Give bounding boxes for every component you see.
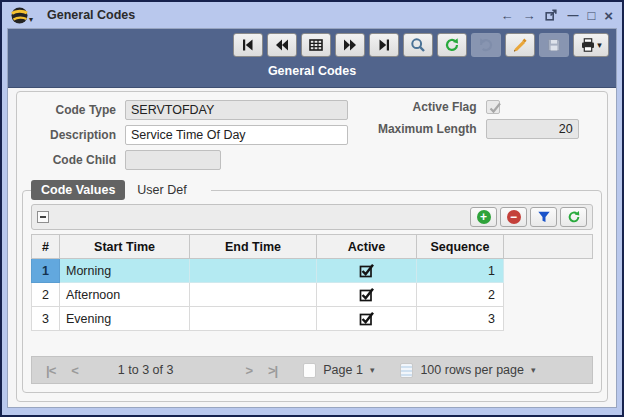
end-time-cell[interactable] — [190, 307, 317, 331]
next-record-icon — [342, 37, 358, 53]
description-label: Description — [17, 128, 125, 142]
end-time-cell[interactable] — [190, 283, 317, 307]
sequence-cell[interactable]: 2 — [417, 283, 504, 307]
edit-pencil-icon — [512, 37, 528, 53]
row-number-cell[interactable]: 3 — [32, 307, 60, 331]
page-caret-icon: ▾ — [370, 365, 375, 375]
code-type-field[interactable] — [125, 100, 348, 120]
table-row[interactable]: 2 Afternoon 2 — [32, 283, 593, 307]
undo-icon — [478, 37, 494, 53]
row-range-text: 1 to 3 of 3 — [118, 363, 174, 377]
col-header-end-time[interactable]: End Time — [190, 235, 317, 259]
print-options-caret-icon: ▾ — [597, 40, 602, 50]
tab-user-def[interactable]: User Def — [125, 180, 198, 200]
table-row[interactable]: 1 Morning 1 — [32, 259, 593, 283]
row-checkbox-checked-icon[interactable] — [359, 311, 374, 326]
row-checkbox-checked-icon[interactable] — [359, 287, 374, 302]
col-header-num[interactable]: # — [32, 235, 60, 259]
col-header-start-time[interactable]: Start Time — [60, 235, 190, 259]
app-window: ▾ General Codes ← → — □ × — [0, 0, 624, 417]
first-record-button[interactable] — [233, 33, 263, 57]
active-flag-label: Active Flag — [348, 100, 486, 114]
checkmark-icon — [487, 100, 503, 116]
filter-funnel-icon — [537, 210, 551, 224]
page-last-icon[interactable]: >| — [268, 363, 277, 378]
col-header-active[interactable]: Active — [317, 235, 417, 259]
row-number-cell[interactable]: 1 — [32, 259, 60, 283]
description-field[interactable] — [125, 125, 348, 145]
record-toolbar: ▾ General Codes — [8, 29, 616, 88]
rows-sheet-icon — [400, 363, 413, 378]
active-cell[interactable] — [317, 307, 417, 331]
code-child-label: Code Child — [17, 153, 125, 167]
last-record-icon — [376, 37, 392, 53]
col-header-filler — [504, 235, 593, 259]
code-child-field[interactable] — [125, 150, 221, 170]
refresh-button[interactable] — [437, 33, 467, 57]
delete-row-button[interactable]: − — [500, 207, 527, 227]
save-button — [539, 33, 569, 57]
rows-per-page-selector[interactable]: 100 rows per page ▾ — [400, 363, 535, 378]
print-icon — [580, 37, 596, 53]
tab-strip: Code Values User Def — [31, 180, 211, 200]
titlebar: ▾ General Codes ← → — □ × — [2, 2, 622, 28]
start-time-cell[interactable]: Morning — [60, 259, 190, 283]
open-new-window-icon[interactable] — [544, 8, 558, 22]
nav-forward-icon[interactable]: → — [522, 9, 535, 22]
page-selector[interactable]: Page 1 ▾ — [303, 363, 374, 378]
logo-menu-caret-icon: ▾ — [29, 16, 33, 24]
previous-record-button[interactable] — [267, 33, 297, 57]
row-checkbox-checked-icon[interactable] — [359, 263, 374, 278]
last-record-button[interactable] — [369, 33, 399, 57]
page-prev-icon[interactable]: < — [71, 363, 78, 378]
print-button[interactable]: ▾ — [573, 33, 609, 57]
collapse-grid-icon[interactable] — [37, 211, 49, 223]
active-cell[interactable] — [317, 283, 417, 307]
plus-icon: + — [477, 210, 491, 224]
rows-caret-icon: ▾ — [531, 365, 536, 375]
add-row-button[interactable]: + — [470, 207, 497, 227]
table-row[interactable]: 3 Evening 3 — [32, 307, 593, 331]
maximize-icon[interactable]: □ — [587, 9, 595, 22]
tab-panel: Code Values User Def + − — [22, 190, 602, 393]
refresh-grid-button[interactable] — [560, 207, 587, 227]
page-first-icon[interactable]: |< — [46, 363, 55, 378]
pagination-bar: |< < 1 to 3 of 3 > >| Page 1 ▾ — [31, 356, 593, 384]
record-panel: Code Type Description Code Child Active … — [16, 91, 608, 402]
code-type-label: Code Type — [17, 103, 125, 117]
close-icon[interactable]: × — [604, 9, 613, 22]
page-next-icon[interactable]: > — [245, 363, 252, 378]
table-header-row: # Start Time End Time Active Sequence — [32, 235, 593, 259]
next-record-button[interactable] — [335, 33, 365, 57]
search-icon — [410, 37, 426, 53]
search-button[interactable] — [403, 33, 433, 57]
edit-button[interactable] — [505, 33, 535, 57]
nav-back-icon[interactable]: ← — [500, 9, 513, 22]
refresh-grid-icon — [567, 210, 581, 224]
save-floppy-icon — [546, 37, 562, 53]
window-title: General Codes — [47, 8, 500, 22]
form-area: Code Type Description Code Child Active … — [17, 92, 607, 175]
start-time-cell[interactable]: Afternoon — [60, 283, 190, 307]
previous-record-icon — [274, 37, 290, 53]
minimize-icon[interactable]: — — [567, 9, 578, 22]
maximum-length-field[interactable] — [486, 119, 579, 139]
sequence-cell[interactable]: 1 — [417, 259, 504, 283]
browse-records-icon — [308, 37, 324, 53]
row-number-cell[interactable]: 2 — [32, 283, 60, 307]
maximum-length-label: Maximum Length — [348, 122, 486, 136]
page-title: General Codes — [8, 64, 616, 78]
first-record-icon — [240, 37, 256, 53]
tab-code-values[interactable]: Code Values — [31, 180, 125, 200]
sequence-cell[interactable]: 3 — [417, 307, 504, 331]
end-time-cell[interactable] — [190, 259, 317, 283]
browse-records-button[interactable] — [301, 33, 331, 57]
code-values-table: # Start Time End Time Active Sequence 1 … — [31, 234, 593, 331]
rows-per-page-label: 100 rows per page — [420, 363, 524, 377]
grid-toolbar: + − — [31, 204, 593, 230]
app-logo-icon[interactable]: ▾ — [11, 7, 33, 24]
start-time-cell[interactable]: Evening — [60, 307, 190, 331]
col-header-sequence[interactable]: Sequence — [417, 235, 504, 259]
filter-button[interactable] — [530, 207, 557, 227]
active-cell[interactable] — [317, 259, 417, 283]
